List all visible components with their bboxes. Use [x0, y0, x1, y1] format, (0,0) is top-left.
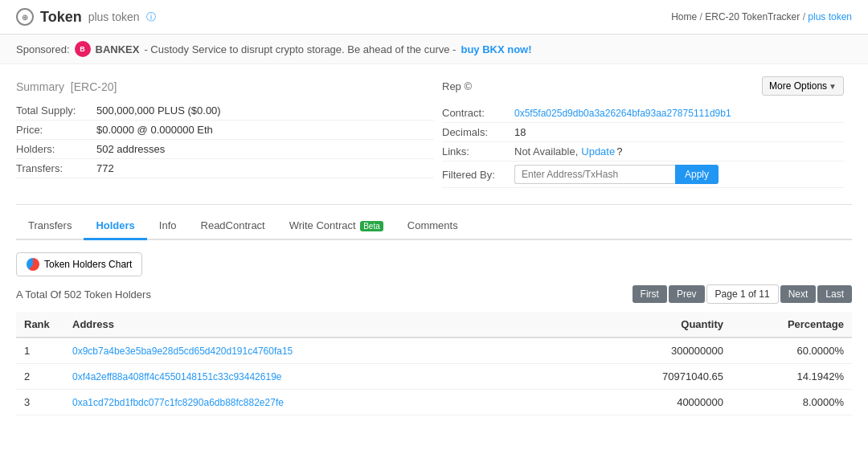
header-left: ⊕ Token plus token ⓘ [16, 8, 156, 26]
rank-cell: 2 [16, 364, 64, 390]
address-cell: 0xa1cd72bd1fbdc077c1fc8290a6db88fc882e27… [64, 390, 611, 415]
summary-left: Summary [ERC-20] Total Supply:500,000,00… [16, 76, 434, 188]
divider [16, 204, 852, 205]
summary-row-value: 500,000,000 PLUS ($0.00) [96, 104, 221, 117]
prev-page-button[interactable]: Prev [669, 285, 705, 303]
decimals-row: Decimals: 18 [442, 123, 844, 142]
table-row: 2 0xf4a2eff88a408ff4c4550148151c33c93442… [16, 364, 852, 390]
links-update[interactable]: Update [581, 145, 615, 157]
rank-cell: 1 [16, 337, 64, 364]
right-panel-header: Rep © More Options ▼ [442, 76, 844, 96]
bankex-logo: B [75, 41, 91, 57]
breadcrumb-home[interactable]: Home [671, 11, 697, 22]
breadcrumb: Home / ERC-20 TokenTracker / plus token [671, 11, 852, 22]
sponsored-description: - Custody Service to disrupt crypto stor… [144, 43, 456, 55]
last-page-button[interactable]: Last [817, 285, 852, 303]
decimals-value: 18 [514, 126, 526, 138]
table-body: 1 0x9cb7a4be3e5ba9e28d5cd65d420d191c4760… [16, 337, 852, 415]
summary-right: Rep © More Options ▼ Contract: 0x5f5fa02… [434, 76, 852, 188]
col-percentage-header: Percentage [731, 312, 852, 337]
quantity-cell: 300000000 [611, 337, 731, 364]
header-title: Token [40, 9, 82, 26]
list-header: A Total Of 502 Token Holders First Prev … [16, 284, 852, 304]
rank-cell: 3 [16, 390, 64, 415]
summary-row-label: Total Supply: [16, 104, 96, 117]
decimals-label: Decimals: [442, 126, 514, 138]
sponsored-bar: Sponsored: B BANKEX - Custody Service to… [0, 35, 868, 64]
summary-badge: [ERC-20] [71, 80, 117, 93]
table-row: 1 0x9cb7a4be3e5ba9e28d5cd65d420d191c4760… [16, 337, 852, 364]
summary-row: Transfers:772 [16, 159, 434, 178]
summary-row: Holders:502 addresses [16, 140, 434, 159]
tab-transfers[interactable]: Transfers [16, 213, 84, 240]
table-row: 3 0xa1cd72bd1fbdc077c1fc8290a6db88fc882e… [16, 390, 852, 415]
contract-label: Contract: [442, 107, 514, 119]
summary-rows: Total Supply:500,000,000 PLUS ($0.00)Pri… [16, 101, 434, 178]
breadcrumb-current: plus token [808, 11, 852, 22]
tab-comments[interactable]: Comments [395, 213, 470, 240]
tab-read-contract[interactable]: ReadContract [189, 213, 277, 240]
token-logo-icon: ⊕ [16, 8, 34, 26]
links-not-available: Not Available, [514, 145, 578, 157]
more-options-button[interactable]: More Options ▼ [762, 76, 844, 96]
summary-row-value: 772 [96, 162, 114, 174]
links-label: Links: [442, 145, 514, 157]
list-count: A Total Of 502 Token Holders [16, 288, 151, 301]
col-rank-header: Rank [16, 312, 64, 337]
rep-label: Rep © [442, 80, 472, 92]
filter-group: Apply [514, 165, 719, 184]
page-info: Page 1 of 11 [706, 284, 779, 304]
tab-holders[interactable]: Holders [84, 213, 146, 240]
sponsored-label: Sponsored: [16, 43, 70, 55]
summary-row: Total Supply:500,000,000 PLUS ($0.00) [16, 101, 434, 121]
apply-button[interactable]: Apply [675, 165, 719, 184]
address-link[interactable]: 0xa1cd72bd1fbdc077c1fc8290a6db88fc882e27… [72, 397, 284, 408]
address-cell: 0xf4a2eff88a408ff4c4550148151c33c9344261… [64, 364, 611, 390]
address-cell: 0x9cb7a4be3e5ba9e28d5cd65d420d191c4760fa… [64, 337, 611, 364]
chevron-down-icon: ▼ [829, 82, 837, 91]
chart-btn-label: Token Holders Chart [44, 259, 132, 270]
sponsored-brand: BANKEX [96, 43, 140, 55]
summary-row-value: $0.0000 @ 0.000000 Eth [96, 124, 213, 136]
pagination: First Prev Page 1 of 11 Next Last [633, 284, 852, 304]
breadcrumb-tracker[interactable]: ERC-20 TokenTracker [705, 11, 800, 22]
contract-link[interactable]: 0x5f5fa025d9db0a3a26264bfa93aa27875111d9… [514, 108, 731, 119]
main-content: Summary [ERC-20] Total Supply:500,000,00… [0, 64, 868, 427]
percentage-cell: 14.1942% [731, 364, 852, 390]
summary-row-label: Transfers: [16, 162, 96, 174]
filtered-by-row: Filtered By: Apply [442, 162, 844, 188]
info-icon[interactable]: ⓘ [146, 10, 156, 24]
summary-row-value: 502 addresses [96, 143, 165, 155]
chart-pie-icon [27, 258, 39, 271]
table-header: Rank Address Quantity Percentage [16, 312, 852, 337]
summary-row-label: Holders: [16, 143, 96, 155]
tab-info[interactable]: Info [147, 213, 189, 240]
summary-row: Price:$0.0000 @ 0.000000 Eth [16, 121, 434, 140]
first-page-button[interactable]: First [633, 285, 667, 303]
contract-row: Contract: 0x5f5fa025d9db0a3a26264bfa93aa… [442, 104, 844, 123]
beta-badge: Beta [360, 221, 383, 231]
percentage-cell: 60.0000% [731, 337, 852, 364]
links-row: Links: Not Available, Update ? [442, 142, 844, 162]
header-subtitle: plus token [88, 10, 140, 23]
percentage-cell: 8.0000% [731, 390, 852, 415]
quantity-cell: 40000000 [611, 390, 731, 415]
filter-input[interactable] [514, 165, 675, 184]
sponsored-cta[interactable]: buy BKX now! [461, 43, 531, 55]
address-link[interactable]: 0x9cb7a4be3e5ba9e28d5cd65d420d191c4760fa… [72, 346, 293, 357]
summary-grid: Summary [ERC-20] Total Supply:500,000,00… [16, 76, 852, 188]
quantity-cell: 70971040.65 [611, 364, 731, 390]
filtered-by-label: Filtered By: [442, 169, 514, 181]
summary-row-label: Price: [16, 124, 96, 136]
page-header: ⊕ Token plus token ⓘ Home / ERC-20 Token… [0, 0, 868, 35]
col-quantity-header: Quantity [611, 312, 731, 337]
address-link[interactable]: 0xf4a2eff88a408ff4c4550148151c33c9344261… [72, 371, 281, 382]
summary-title: Summary [ERC-20] [16, 80, 434, 93]
holders-table: Rank Address Quantity Percentage 1 0x9cb… [16, 312, 852, 415]
col-address-header: Address [64, 312, 611, 337]
next-page-button[interactable]: Next [780, 285, 817, 303]
token-holders-chart-button[interactable]: Token Holders Chart [16, 252, 142, 276]
links-suffix: ? [616, 145, 622, 157]
tab-write-contract[interactable]: Write Contract Beta [277, 213, 395, 240]
tabs: Transfers Holders Info ReadContract Writ… [16, 213, 852, 240]
